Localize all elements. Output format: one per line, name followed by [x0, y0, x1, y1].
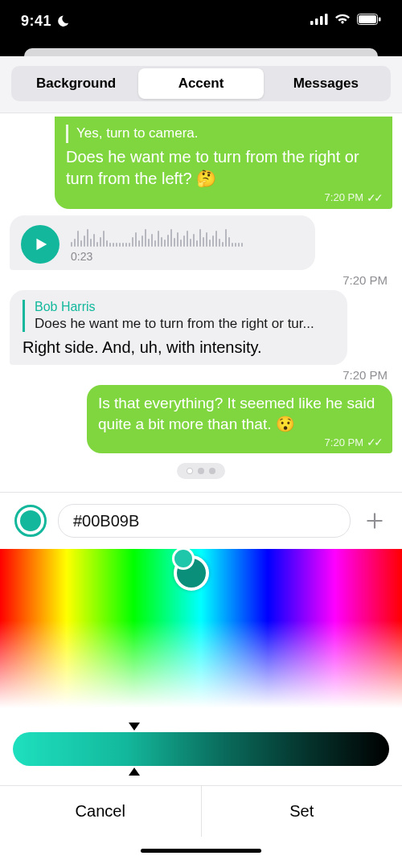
svg-rect-0 — [310, 21, 314, 25]
hue-cursor[interactable] — [174, 555, 209, 591]
message-time: 7:20 PM — [325, 436, 363, 448]
current-color-swatch[interactable] — [14, 505, 47, 537]
play-button[interactable] — [21, 225, 59, 264]
shade-marker-top-icon — [129, 723, 140, 731]
cellular-icon — [310, 14, 328, 28]
message-time: 7:20 PM — [0, 368, 402, 382]
chat-preview: Yes, turn to camera. Does he want me to … — [0, 113, 402, 492]
cancel-button[interactable]: Cancel — [0, 786, 201, 837]
message-text: Does he want me to turn from the right o… — [66, 146, 381, 190]
battery-icon — [357, 14, 381, 28]
tab-messages[interactable]: Messages — [264, 68, 388, 99]
svg-rect-1 — [315, 18, 318, 25]
reply-sender-name: Bob Harris — [35, 300, 334, 314]
do-not-disturb-icon — [56, 14, 70, 28]
message-text: Is that everything? It seemed like he sa… — [98, 393, 381, 434]
voice-message: 0:23 — [10, 215, 315, 270]
tab-accent[interactable]: Accent — [138, 68, 263, 99]
hex-input[interactable] — [58, 504, 351, 538]
outgoing-message: Is that everything? It seemed like he sa… — [87, 385, 392, 453]
reply-quote-text: Does he want me to turn from the right o… — [35, 316, 334, 332]
message-text: Right side. And, uh, with intensity. — [23, 338, 334, 357]
typing-indicator — [177, 463, 225, 479]
shade-marker-bottom-icon — [129, 768, 140, 776]
status-time: 9:41 — [21, 13, 51, 30]
voice-duration: 0:23 — [71, 250, 304, 263]
svg-rect-3 — [325, 14, 328, 25]
home-indicator[interactable] — [0, 837, 402, 864]
hue-saturation-area[interactable] — [0, 549, 402, 708]
svg-rect-6 — [379, 18, 381, 22]
theme-segmented-control: Background Accent Messages — [11, 66, 391, 101]
waveform-icon[interactable] — [71, 226, 304, 247]
brightness-slider[interactable] — [13, 732, 389, 766]
message-time: 7:20 PM — [325, 191, 363, 203]
color-picker — [0, 492, 402, 785]
read-ticks-icon: ✓✓ — [367, 436, 381, 448]
outgoing-message: Yes, turn to camera. Does he want me to … — [55, 117, 392, 209]
add-color-button[interactable] — [362, 508, 388, 534]
svg-rect-5 — [359, 15, 376, 23]
read-ticks-icon: ✓✓ — [367, 191, 381, 204]
incoming-reply-message: Bob Harris Does he want me to turn from … — [10, 290, 347, 365]
tab-background[interactable]: Background — [14, 68, 138, 99]
set-button[interactable]: Set — [201, 786, 403, 837]
status-bar: 9:41 — [0, 0, 402, 42]
svg-rect-2 — [320, 16, 323, 25]
wifi-icon — [334, 14, 351, 28]
reply-quote-text: Yes, turn to camera. — [66, 125, 381, 143]
message-time: 7:20 PM — [0, 273, 402, 287]
sheet-handle[interactable] — [0, 42, 402, 56]
